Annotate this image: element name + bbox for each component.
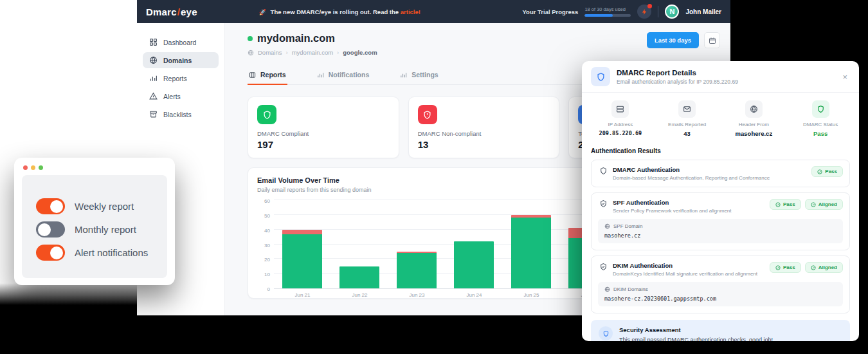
avatar-letter: N xyxy=(669,8,674,15)
y-tick-label: 20 xyxy=(264,257,270,263)
toggle-label: Weekly report xyxy=(75,201,134,212)
x-tick-label: Jun 24 xyxy=(446,292,503,298)
x-tick-label: Jun 23 xyxy=(388,292,446,298)
domain-name: mydomain.com xyxy=(257,32,335,44)
user-name[interactable]: John Mailer xyxy=(685,8,721,15)
calendar-icon xyxy=(709,37,716,44)
chart-column xyxy=(503,201,560,288)
trial-progress: 18 of 30 days used xyxy=(584,6,631,17)
bar-segment-compliant xyxy=(282,234,322,288)
toggle-label: Alert notifications xyxy=(75,247,148,258)
y-tick-label: 0 xyxy=(267,286,270,292)
server-icon xyxy=(611,100,629,118)
chart-column xyxy=(274,201,331,288)
sidebar-item-reports[interactable]: Reports xyxy=(143,70,219,86)
stacked-bar[interactable] xyxy=(282,230,322,288)
detail-value: masohere-cz.20230601.gappssmtp.com xyxy=(604,295,836,302)
stat-label: DMARC Compliant xyxy=(257,130,390,137)
navbar-divider xyxy=(658,6,658,17)
chart-column xyxy=(446,201,503,288)
dkim-domains-box: DKIM Domains masohere-cz.20230601.gappss… xyxy=(598,282,843,306)
y-tick-label: 30 xyxy=(264,242,270,248)
stacked-bar[interactable] xyxy=(454,241,494,288)
pass-badge: Pass xyxy=(770,262,801,273)
stat-card-compliant: DMARC Compliant 197 xyxy=(248,97,399,158)
date-range-button[interactable]: Last 30 days xyxy=(647,32,699,48)
sidebar-item-label: Reports xyxy=(163,75,187,82)
chart-column xyxy=(388,201,446,288)
breadcrumb-root[interactable]: Domains xyxy=(258,49,282,56)
bar-segment-compliant xyxy=(454,241,494,288)
assessment-text: This email passed DMARC authentication c… xyxy=(619,337,773,341)
sidebar-item-dashboard[interactable]: Dashboard xyxy=(143,34,219,50)
window-traffic-lights xyxy=(22,164,167,175)
check-circle-icon xyxy=(817,169,822,174)
notifications-button[interactable] xyxy=(637,5,651,19)
tab-reports[interactable]: Reports xyxy=(248,66,287,85)
domain-status-dot xyxy=(248,36,253,41)
y-tick-label: 50 xyxy=(264,212,270,218)
modal-stat-emails: Emails Reported 43 xyxy=(654,100,721,137)
x-tick-label: Jun 25 xyxy=(503,292,560,298)
stat-card-noncompliant: DMARC Non-compliant 13 xyxy=(408,97,560,158)
lightning-icon xyxy=(641,8,648,15)
breadcrumb-current: google.com xyxy=(343,49,377,56)
modal-stat-value: Pass xyxy=(813,130,827,137)
avatar[interactable]: N xyxy=(665,5,679,19)
mail-icon xyxy=(678,100,696,118)
aligned-badge: Aligned xyxy=(805,262,843,273)
chart-bars xyxy=(274,201,617,288)
close-icon[interactable]: × xyxy=(840,71,850,83)
trial-progress-track xyxy=(584,14,631,17)
gridline xyxy=(274,200,617,200)
window-maximize-dot[interactable] xyxy=(39,165,43,170)
monthly-report-toggle[interactable] xyxy=(36,221,65,238)
stat-value: 197 xyxy=(257,139,390,150)
sidebar-item-label: Blacklists xyxy=(163,111,192,118)
app-logo[interactable]: Dmarc/eye xyxy=(146,6,197,17)
tab-label: Settings xyxy=(411,71,438,79)
dmarc-auth-card: DMARC Authentication Domain-based Messag… xyxy=(591,160,850,187)
stacked-bar[interactable] xyxy=(397,252,437,288)
auth-card-desc: DomainKeys Identified Mail signature ver… xyxy=(613,271,757,277)
backdrop-fade xyxy=(0,283,137,305)
calendar-button[interactable] xyxy=(704,32,720,48)
chart-column xyxy=(331,201,388,288)
modal-subtitle: Email authentication analysis for IP 209… xyxy=(617,79,738,85)
tab-settings[interactable]: Settings xyxy=(399,66,439,85)
alert-notifications-toggle[interactable] xyxy=(36,245,65,261)
modal-stats-row: IP Address 209.85.220.69 Emails Reported… xyxy=(582,93,859,144)
toggle-knob xyxy=(50,247,63,259)
stat-label: DMARC Non-compliant xyxy=(418,130,550,137)
sidebar-item-alerts[interactable]: Alerts xyxy=(143,88,219,104)
sidebar-item-label: Alerts xyxy=(163,93,181,100)
stacked-bar[interactable] xyxy=(511,215,551,288)
weekly-report-toggle[interactable] xyxy=(36,198,65,214)
shield-alert-icon xyxy=(418,105,437,124)
modal-header: DMARC Report Details Email authenticatio… xyxy=(582,61,859,93)
window-minimize-dot[interactable] xyxy=(31,165,35,170)
stacked-bar[interactable] xyxy=(339,266,379,288)
announcement-article-link[interactable]: article xyxy=(401,8,419,15)
breadcrumb-middle[interactable]: mydomain.com xyxy=(292,49,333,56)
report-columns-icon xyxy=(249,71,256,79)
bar-segment-noncompliant xyxy=(282,230,322,234)
globe-icon xyxy=(604,223,610,229)
auth-card-title: DMARC Authentication xyxy=(613,166,770,173)
shield-icon xyxy=(591,67,610,86)
window-close-dot[interactable] xyxy=(23,165,28,170)
sidebar-item-blacklists[interactable]: Blacklists xyxy=(143,106,219,122)
sidebar-item-domains[interactable]: Domains xyxy=(143,52,219,68)
archive-icon xyxy=(149,110,158,118)
pass-badge: Pass xyxy=(770,199,801,210)
toggle-label: Monthly report xyxy=(75,224,136,235)
detail-label: DKIM Domains xyxy=(613,286,648,292)
check-circle-icon xyxy=(811,202,816,207)
spf-domain-box: SPF Domain masohere.cz xyxy=(598,219,843,243)
announcement-text: The new DMARC/eye is rolling out. Read t… xyxy=(271,8,399,15)
notification-dot xyxy=(647,4,652,8)
modal-stat-dmarc-status: DMARC Status Pass xyxy=(787,100,854,137)
toggle-knob xyxy=(50,200,63,213)
breadcrumb-separator: › xyxy=(286,49,288,56)
tab-notifications[interactable]: Notifications xyxy=(316,66,371,85)
